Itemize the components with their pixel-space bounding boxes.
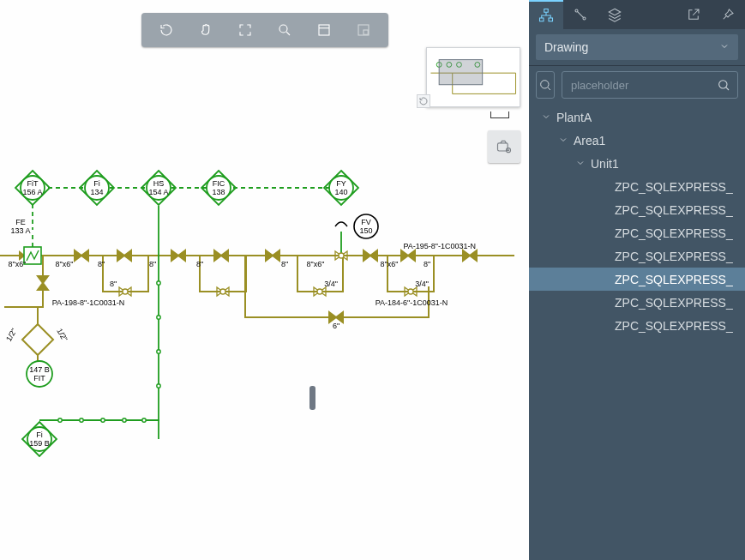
pipe-size-label: 1/2" [55, 327, 69, 343]
pipe-line-number: PA-198-8"-1C0031-N [52, 298, 125, 307]
instrument-tag: Fi [36, 431, 43, 439]
pipe-size-label: 8"x6" [56, 260, 74, 268]
pipe-size-label: 8" [149, 260, 156, 268]
svg-rect-30 [540, 18, 544, 21]
category-dropdown[interactable]: Drawing [536, 34, 738, 60]
pipe-line-number: PA-184-6"-1C0031-N [376, 298, 448, 307]
tree-node-label: ZPC_SQLEXPRESS_ [615, 226, 733, 240]
svg-point-28 [508, 150, 509, 151]
instrument-tag: 133 A [10, 226, 30, 235]
zoom-search-button[interactable] [269, 15, 300, 45]
tree-node-drawing[interactable]: ZPC_SQLEXPRESS_ [529, 221, 745, 244]
search-icon [717, 78, 730, 92]
pipe-size-label: 8" [98, 260, 105, 268]
instrument-tag: 147 B [29, 365, 50, 374]
tree-node-unit[interactable]: Unit1 [529, 152, 745, 175]
chevron-down-icon [541, 111, 553, 123]
fit-view-button[interactable] [230, 15, 261, 45]
tree-node-plant[interactable]: PlantA [529, 105, 745, 129]
hierarchy-tree: PlantA Area1 Unit1 ZPC_SQLEXPRESS_ ZPC_S… [529, 105, 745, 337]
svg-point-33 [583, 17, 586, 20]
snapshot-locate-button[interactable] [488, 130, 520, 163]
instrument-tag: HS [153, 179, 165, 188]
pipe-size-label: 8" [196, 260, 203, 268]
tree-node-drawing[interactable]: ZPC_SQLEXPRESS_ [529, 291, 745, 314]
svg-point-32 [575, 9, 578, 12]
chevron-down-icon [558, 135, 570, 147]
pipe-size-label: 3/4" [324, 280, 338, 288]
tree-node-drawing[interactable]: ZPC_SQLEXPRESS_ [529, 268, 745, 291]
instrument-tag: FE [15, 218, 26, 226]
minimap[interactable] [426, 47, 520, 107]
svg-point-34 [541, 81, 549, 88]
svg-point-12 [279, 25, 287, 33]
search-input[interactable] [569, 78, 717, 93]
tree-node-label: ZPC_SQLEXPRESS_ [615, 273, 733, 286]
tree-node-label: PlantA [556, 111, 592, 124]
instrument-tag: FV [361, 218, 371, 226]
side-panel: Drawing PlantA Area1 [529, 0, 745, 560]
pipe-size-label: 8"x6" [381, 260, 399, 268]
svg-point-35 [719, 81, 727, 88]
svg-rect-25 [439, 60, 483, 85]
thumbnail-view-button[interactable] [348, 15, 379, 45]
tree-node-area[interactable]: Area1 [529, 129, 745, 152]
reset-view-button[interactable] [151, 15, 182, 45]
pipe-size-label: 8" [281, 260, 288, 268]
instrument-tag: 156 A [22, 188, 42, 196]
svg-rect-13 [319, 25, 329, 35]
open-external-button[interactable] [676, 0, 711, 29]
category-dropdown-label: Drawing [544, 40, 588, 54]
pipe-size-label: 8" [424, 260, 430, 268]
minimap-scale-bar [490, 111, 509, 118]
pin-panel-button[interactable] [711, 0, 745, 29]
pipe-size-label: 6" [333, 322, 339, 330]
instrument-tag: 134 [90, 188, 103, 196]
instrument-tag: Fi [93, 179, 100, 188]
pipe-size-label: 3/4" [415, 280, 429, 288]
svg-rect-31 [549, 18, 553, 21]
filter-button[interactable] [536, 71, 555, 99]
pan-button[interactable] [190, 15, 221, 45]
svg-rect-29 [544, 9, 549, 13]
instrument-tag: FIC [213, 179, 225, 188]
instrument-tag: 138 [212, 188, 225, 196]
drawing-canvas[interactable]: FiT 156 A Fi 134 HS 154 A [0, 0, 529, 560]
pipe-size-label: 1/2" [4, 327, 19, 343]
search-box[interactable] [562, 71, 738, 99]
pipe-size-label: 8" [110, 280, 117, 288]
svg-rect-15 [363, 30, 368, 34]
tree-node-drawing[interactable]: ZPC_SQLEXPRESS_ [529, 198, 745, 221]
tree-node-label: ZPC_SQLEXPRESS_ [615, 203, 733, 217]
panel-resize-handle[interactable] [309, 386, 315, 410]
tree-node-label: Unit1 [591, 157, 619, 171]
tree-node-drawing[interactable]: ZPC_SQLEXPRESS_ [529, 175, 745, 198]
divider [529, 65, 745, 66]
instrument-tag: 154 A [148, 188, 168, 196]
instrument-tag: FIT [33, 374, 45, 382]
window-view-button[interactable] [309, 15, 339, 45]
chevron-down-icon [719, 40, 730, 54]
tree-node-label: Area1 [574, 134, 605, 148]
instrument-tag: 150 [359, 226, 372, 235]
tree-node-drawing[interactable]: ZPC_SQLEXPRESS_ [529, 244, 745, 268]
tree-node-label: ZPC_SQLEXPRESS_ [615, 296, 733, 310]
tree-node-label: ZPC_SQLEXPRESS_ [615, 250, 733, 263]
instrument-tag: 140 [334, 188, 347, 196]
side-panel-tabs [529, 0, 745, 29]
instrument-tag: 159 B [29, 439, 50, 448]
chevron-down-icon [575, 158, 587, 170]
tab-relations[interactable] [563, 0, 598, 29]
tab-hierarchy[interactable] [529, 0, 563, 29]
tree-node-label: ZPC_SQLEXPRESS_ [615, 319, 733, 333]
tree-node-drawing[interactable]: ZPC_SQLEXPRESS_ [529, 314, 745, 337]
instrument-tag: FY [336, 179, 346, 188]
pipe-size-label: 8"x6" [307, 260, 325, 268]
tab-layers[interactable] [598, 0, 632, 29]
search-row [536, 71, 738, 99]
instrument-tag: FiT [27, 179, 39, 188]
tree-node-label: ZPC_SQLEXPRESS_ [615, 180, 733, 194]
pipe-line-number: PA-195-8"-1C0031-N [403, 242, 476, 250]
pipe-size-label: 8"x6" [9, 260, 27, 268]
minimap-collapse-button[interactable] [417, 94, 430, 108]
